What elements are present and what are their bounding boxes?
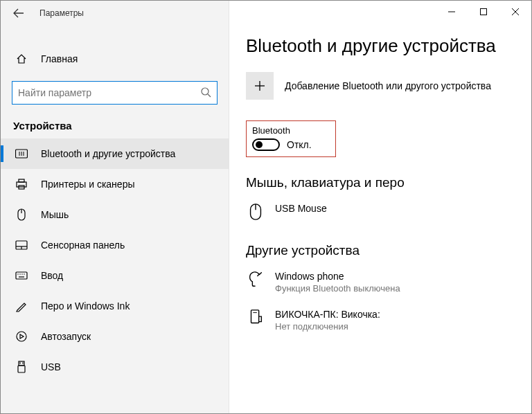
touchpad-icon xyxy=(15,239,28,251)
svg-rect-7 xyxy=(19,179,24,182)
maximize-button[interactable] xyxy=(468,1,499,23)
device-row[interactable]: USB Mouse xyxy=(246,197,517,231)
search-icon xyxy=(200,87,211,100)
plus-icon xyxy=(254,80,265,91)
minimize-icon xyxy=(448,8,455,15)
device-name: USB Mouse xyxy=(275,203,327,214)
mouse-section-title: Мышь, клавиатура и перо xyxy=(246,175,517,190)
search-box[interactable] xyxy=(12,81,218,105)
autoplay-icon xyxy=(15,330,28,343)
svg-rect-33 xyxy=(251,310,259,323)
titlebar: Параметры xyxy=(1,1,229,26)
svg-point-18 xyxy=(24,273,24,274)
sidebar-item-printers[interactable]: Принтеры и сканеры xyxy=(1,169,229,199)
sidebar-item-mouse[interactable]: Мышь xyxy=(1,199,229,230)
window-controls xyxy=(436,1,531,23)
device-subtitle: Функция Bluetooth выключена xyxy=(275,283,400,294)
usb-icon xyxy=(15,361,28,373)
sidebar-item-typing[interactable]: Ввод xyxy=(1,260,229,291)
svg-rect-26 xyxy=(481,9,487,15)
mouse-icon xyxy=(246,203,265,221)
sidebar-item-label: Принтеры и сканеры xyxy=(41,179,134,190)
sidebar-item-label: Ввод xyxy=(41,270,63,281)
close-button[interactable] xyxy=(499,1,531,23)
category-heading: Устройства xyxy=(1,109,229,138)
maximize-icon xyxy=(480,8,487,15)
sidebar-item-label: Bluetooth и другие устройства xyxy=(41,148,175,159)
home-label: Главная xyxy=(41,53,78,64)
bluetooth-toggle-box: Bluetooth Откл. xyxy=(246,120,336,157)
app-title: Параметры xyxy=(39,8,84,18)
add-device-button[interactable] xyxy=(246,72,274,100)
sidebar-item-pen[interactable]: Перо и Windows Ink xyxy=(1,291,229,321)
back-button[interactable] xyxy=(10,5,27,21)
page-title: Bluetooth и другие устройства xyxy=(246,35,517,57)
sidebar-item-label: Сенсорная панель xyxy=(41,240,125,251)
svg-rect-22 xyxy=(18,366,25,372)
home-link[interactable]: Главная xyxy=(1,45,229,73)
bluetooth-icon xyxy=(15,147,28,160)
bluetooth-title: Bluetooth xyxy=(252,125,330,136)
typing-icon xyxy=(15,269,28,282)
content-area: Bluetooth и другие устройства Добавление… xyxy=(229,1,531,413)
svg-point-0 xyxy=(202,88,209,95)
sidebar-item-autoplay[interactable]: Автозапуск xyxy=(1,321,229,352)
arrow-left-icon xyxy=(13,8,24,19)
sidebar: Параметры Главная Устройства Bluetooth и… xyxy=(1,1,229,413)
home-icon xyxy=(15,53,28,64)
device-icon xyxy=(246,309,265,327)
add-device-label: Добавление Bluetooth или другого устройс… xyxy=(285,80,491,91)
device-name: ВИКОЧКА-ПК: Викочка: xyxy=(275,309,380,320)
sidebar-item-label: Мышь xyxy=(41,209,69,220)
bluetooth-toggle[interactable] xyxy=(252,138,280,151)
device-icon xyxy=(246,271,265,289)
add-device-row[interactable]: Добавление Bluetooth или другого устройс… xyxy=(246,72,517,100)
sidebar-item-label: Автозапуск xyxy=(41,331,91,342)
svg-point-16 xyxy=(19,273,20,274)
device-row[interactable]: Windows phoneФункция Bluetooth выключена xyxy=(246,265,517,303)
sidebar-item-touchpad[interactable]: Сенсорная панель xyxy=(1,230,229,260)
bluetooth-state-label: Откл. xyxy=(287,139,312,150)
sidebar-item-label: USB xyxy=(41,361,61,372)
svg-point-15 xyxy=(17,273,18,274)
sidebar-item-usb[interactable]: USB xyxy=(1,352,229,382)
svg-line-1 xyxy=(208,94,211,97)
printers-icon xyxy=(15,178,28,190)
other-section-title: Другие устройства xyxy=(246,243,517,258)
device-row[interactable]: ВИКОЧКА-ПК: Викочка:Нет подключения xyxy=(246,303,517,341)
mouse-icon xyxy=(15,208,28,221)
device-subtitle: Нет подключения xyxy=(275,321,380,332)
svg-rect-14 xyxy=(16,272,27,279)
device-name: Windows phone xyxy=(275,271,400,282)
svg-point-20 xyxy=(17,332,26,341)
svg-rect-21 xyxy=(19,361,24,366)
search-input[interactable] xyxy=(18,87,200,98)
sidebar-item-label: Перо и Windows Ink xyxy=(41,300,130,312)
svg-rect-6 xyxy=(17,182,26,187)
svg-point-17 xyxy=(21,273,22,274)
minimize-button[interactable] xyxy=(436,1,468,23)
pen-icon xyxy=(15,300,28,312)
close-icon xyxy=(512,8,519,15)
sidebar-item-bluetooth[interactable]: Bluetooth и другие устройства xyxy=(1,138,229,169)
